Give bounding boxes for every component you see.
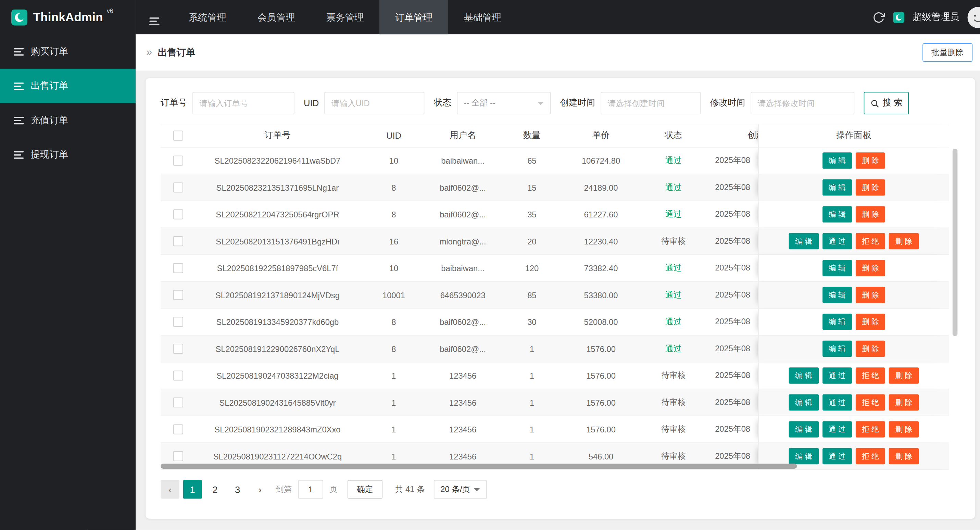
row-checkbox[interactable] <box>173 290 183 300</box>
edit-button[interactable]: 编 辑 <box>822 180 851 196</box>
header-created: 创建时间 <box>711 124 758 147</box>
edit-button[interactable]: 编 辑 <box>789 448 818 464</box>
search-button[interactable]: 搜 索 <box>864 92 909 115</box>
delete-button[interactable]: 删 除 <box>856 206 885 222</box>
cell-username: baif0602@... <box>428 309 498 335</box>
edit-button[interactable]: 编 辑 <box>822 260 851 276</box>
user-avatar[interactable] <box>968 6 980 28</box>
goto-page-input[interactable] <box>298 480 323 499</box>
delete-button[interactable]: 删 除 <box>856 260 885 276</box>
edit-button[interactable]: 编 辑 <box>789 395 818 411</box>
delete-button[interactable]: 删 除 <box>889 368 918 384</box>
reject-button[interactable]: 拒 绝 <box>856 395 885 411</box>
topnav-item[interactable]: 基础管理 <box>448 0 517 34</box>
row-checkbox[interactable] <box>173 156 183 166</box>
header-status: 状态 <box>636 124 711 147</box>
cell-username: 123456 <box>428 416 498 443</box>
cell-username: 123456 <box>428 363 498 389</box>
row-checkbox[interactable] <box>173 236 183 246</box>
row-checkbox[interactable] <box>173 398 183 407</box>
topnav-item[interactable]: 订单管理 <box>379 0 448 34</box>
row-checkbox[interactable] <box>173 209 183 219</box>
confirm-button[interactable]: 确定 <box>348 480 382 499</box>
reject-button[interactable]: 拒 绝 <box>856 233 885 249</box>
pass-button[interactable]: 通 过 <box>822 395 851 411</box>
pass-button[interactable]: 通 过 <box>822 421 851 437</box>
brand-name: ThinkAdmin <box>33 10 103 24</box>
row-checkbox[interactable] <box>173 371 183 380</box>
page-title: 出售订单 <box>158 46 196 59</box>
sidebar-item[interactable]: 提现订单 <box>0 138 135 172</box>
uid-input[interactable] <box>325 92 425 115</box>
refresh-icon[interactable] <box>872 11 885 24</box>
cell-actions: 编 辑删 除 <box>758 282 949 308</box>
search-icon <box>870 98 879 108</box>
pass-button[interactable]: 通 过 <box>822 448 851 464</box>
delete-button[interactable]: 删 除 <box>856 341 885 357</box>
sidebar-item[interactable]: 购买订单 <box>0 34 135 68</box>
horizontal-scrollbar[interactable] <box>161 463 797 469</box>
content: 订单号 UID 状态 -- 全部 -- <box>135 70 980 530</box>
delete-button[interactable]: 删 除 <box>889 233 918 249</box>
page-number-button[interactable]: 1 <box>183 480 202 499</box>
reject-button[interactable]: 拒 绝 <box>856 421 885 437</box>
edit-button[interactable]: 编 辑 <box>822 314 851 330</box>
select-all-checkbox[interactable] <box>173 131 183 140</box>
reject-button[interactable]: 拒 绝 <box>856 448 885 464</box>
page-number-button[interactable]: 3 <box>228 480 247 499</box>
delete-button[interactable]: 删 除 <box>889 395 918 411</box>
list-icon <box>14 82 24 90</box>
row-checkbox[interactable] <box>173 344 183 354</box>
cell-status: 待审核 <box>636 389 711 415</box>
delete-button[interactable]: 删 除 <box>856 314 885 330</box>
edit-button[interactable]: 编 辑 <box>789 421 818 437</box>
row-checkbox[interactable] <box>173 317 183 326</box>
create-time-input[interactable] <box>601 92 701 115</box>
modify-time-input[interactable] <box>751 92 854 115</box>
topnav-item[interactable]: 会员管理 <box>242 0 310 34</box>
edit-button[interactable]: 编 辑 <box>789 233 818 249</box>
cell-price: 12230.40 <box>566 228 636 255</box>
pass-button[interactable]: 通 过 <box>822 368 851 384</box>
cell-qty: 120 <box>498 255 566 282</box>
cell-order-no: SL2025081902321289843mZ0Xxo <box>196 416 359 443</box>
table-row: SL2025081922581897985cV6L7f10baibaiwan..… <box>161 255 949 282</box>
prev-page-button[interactable]: ‹ <box>161 480 180 499</box>
edit-button[interactable]: 编 辑 <box>822 287 851 303</box>
edit-button[interactable]: 编 辑 <box>822 152 851 169</box>
topnav-item[interactable]: 票务管理 <box>310 0 379 34</box>
edit-button[interactable]: 编 辑 <box>789 368 818 384</box>
delete-button[interactable]: 删 除 <box>889 421 918 437</box>
delete-button[interactable]: 删 除 <box>856 152 885 169</box>
cell-created: 2025年08 <box>711 148 758 174</box>
delete-button[interactable]: 删 除 <box>889 448 918 464</box>
status-select[interactable]: -- 全部 -- <box>457 92 551 115</box>
pass-button[interactable]: 通 过 <box>822 233 851 249</box>
cell-created: 2025年08 <box>711 255 758 282</box>
bulk-delete-button[interactable]: 批量删除 <box>923 43 972 62</box>
cell-uid: 8 <box>360 336 428 362</box>
sidebar-item[interactable]: 充值订单 <box>0 103 135 137</box>
row-checkbox[interactable] <box>173 183 183 193</box>
next-page-button[interactable]: › <box>251 480 269 499</box>
per-page-select[interactable]: 20 条/页 <box>433 480 487 499</box>
reject-button[interactable]: 拒 绝 <box>856 368 885 384</box>
brand-version: v6 <box>107 8 113 14</box>
row-checkbox[interactable] <box>173 263 183 273</box>
cell-created: 2025年08 <box>711 174 758 201</box>
row-checkbox[interactable] <box>173 424 183 434</box>
row-checkbox[interactable] <box>173 451 183 461</box>
delete-button[interactable]: 删 除 <box>856 180 885 196</box>
order-no-input[interactable] <box>192 92 294 115</box>
edit-button[interactable]: 编 辑 <box>822 341 851 357</box>
sidebar-item[interactable]: 出售订单 <box>0 69 135 103</box>
delete-button[interactable]: 删 除 <box>856 287 885 303</box>
topnav-item[interactable]: 系统管理 <box>173 0 242 34</box>
edit-button[interactable]: 编 辑 <box>822 206 851 222</box>
header-price: 单价 <box>566 124 636 147</box>
vertical-scrollbar[interactable] <box>953 149 958 336</box>
cell-qty: 30 <box>498 309 566 335</box>
current-user[interactable]: 超级管理员 <box>913 11 959 23</box>
menu-toggle-icon[interactable] <box>135 10 173 25</box>
page-number-button[interactable]: 2 <box>206 480 224 499</box>
